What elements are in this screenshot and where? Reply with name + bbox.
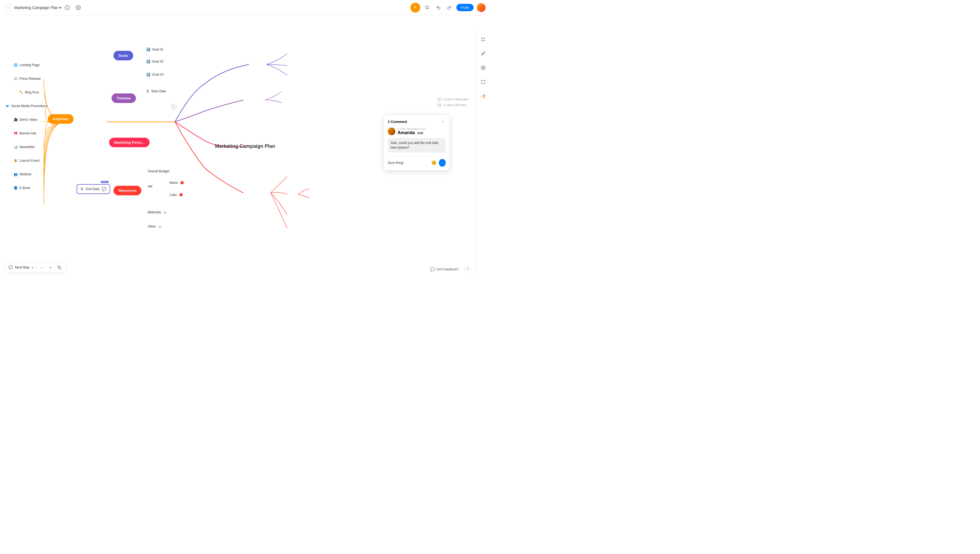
end-date-node[interactable]: 🗓 End Date 💬	[77, 184, 110, 194]
end-date-label: End Date	[86, 187, 99, 191]
social-media-node[interactable]: 🐦 Social Media Promotions	[5, 104, 48, 108]
svg-rect-13	[60, 268, 61, 269]
sidebar-grid-icon[interactable]	[479, 35, 488, 44]
commenter-avatar	[388, 127, 396, 135]
header-right: + Invite	[410, 3, 486, 13]
map-label: Mind Map	[15, 266, 30, 269]
svg-rect-12	[58, 266, 59, 267]
title-text: Marketing Campaign Plan	[14, 5, 58, 10]
zoom-out-button[interactable]: −	[38, 264, 45, 271]
child-hint: ⇥ to add a child idea	[437, 103, 468, 107]
undo-button[interactable]	[434, 4, 442, 11]
svg-point-5	[484, 38, 485, 39]
node-timeline[interactable]: Timeline	[112, 94, 136, 103]
materials-node[interactable]: Materials ▤	[148, 210, 166, 214]
add-button[interactable]: +	[410, 3, 420, 13]
info-button[interactable]: i	[64, 4, 71, 11]
node-marketing-persona[interactable]: Marketing Perso...	[109, 138, 150, 147]
svg-point-10	[484, 94, 485, 96]
luka-node[interactable]: Luka	[169, 193, 183, 197]
svg-point-9	[481, 96, 483, 97]
landing-page-node[interactable]: 🌐 Landing Page	[14, 63, 40, 67]
comment-author-line: Amanda said	[397, 130, 446, 135]
node-goals[interactable]: Goals	[113, 51, 133, 60]
other-node[interactable]: Other ▤	[148, 224, 161, 228]
right-sidebar	[476, 30, 490, 277]
press-release-node[interactable]: 📰 Press Release	[14, 77, 41, 81]
header: ‹ Marketing Campaign Plan ▾ i +	[0, 0, 490, 15]
comment-close-button[interactable]: ×	[440, 119, 446, 124]
goal-1-node[interactable]: 1️⃣ Goal #1	[146, 48, 163, 51]
redo-button[interactable]	[445, 4, 453, 11]
sidebar-apps-icon[interactable]	[479, 92, 488, 100]
sibling-hint: ↵ to add a sibling idea	[437, 97, 468, 101]
node-activities[interactable]: Activities	[48, 114, 73, 124]
goal-2-node[interactable]: 2️⃣ Goal #2	[146, 60, 163, 64]
help-button[interactable]: ?	[464, 266, 471, 273]
banner-ads-node[interactable]: 🎀 Banner Ads	[14, 131, 37, 135]
node-resources[interactable]: Resources	[113, 186, 141, 195]
comment-input-area: 😊 →	[388, 156, 446, 167]
webinar-node[interactable]: 👥 Webinar	[14, 172, 32, 176]
zoom-in-button[interactable]: +	[47, 264, 54, 271]
center-node[interactable]: Marketing Campaign Plan	[215, 143, 275, 149]
goal-3-node[interactable]: 3️⃣ Goal #3	[146, 73, 163, 76]
svg-point-11	[484, 97, 485, 98]
comment-count: 1 Comment	[388, 119, 407, 124]
more-options[interactable]	[101, 181, 109, 183]
hints-panel: ↵ to add a sibling idea ⇥ to add a child…	[437, 97, 468, 107]
svg-point-4	[482, 38, 483, 39]
svg-point-6	[482, 40, 483, 41]
start-date-node[interactable]: 🗓 Start Date	[146, 89, 166, 93]
overall-budget-node[interactable]: Overall Budget	[148, 169, 169, 173]
svg-text:i: i	[67, 6, 68, 9]
svg-point-7	[484, 40, 485, 41]
feedback-button[interactable]: Got Feedback?	[430, 267, 459, 272]
sidebar-zoom-icon[interactable]	[479, 64, 488, 72]
end-date-comment-icon[interactable]: 💬	[102, 187, 106, 191]
newsletter-node[interactable]: 📊 Newsletter	[14, 145, 35, 149]
bottom-toolbar: Mind Map ▾ | − +	[4, 262, 67, 273]
comment-time: A FEW SECONDS AGO	[397, 127, 446, 130]
end-date-container: 🗓 End Date 💬	[137, 99, 170, 109]
emoji-button[interactable]: 😊	[430, 159, 437, 167]
center-title: Marketing Campaign Plan	[215, 143, 275, 149]
search-button[interactable]	[423, 4, 431, 11]
add-sibling-button[interactable]: +	[171, 104, 176, 110]
document-title[interactable]: Marketing Campaign Plan ▾	[14, 5, 61, 10]
comment-popup: 1 Comment × A FEW SECONDS AGO Amanda sai…	[384, 115, 450, 170]
fit-button[interactable]	[56, 264, 62, 271]
add-icon: +	[414, 4, 417, 11]
comment-meta: A FEW SECONDS AGO Amanda said	[388, 127, 446, 135]
map-icon	[8, 265, 13, 270]
title-caret-icon: ▾	[59, 5, 61, 10]
map-caret-icon[interactable]: ▾	[32, 266, 33, 269]
header-icons: i	[64, 4, 82, 11]
back-button[interactable]: ‹	[4, 4, 12, 11]
comment-said: said	[417, 131, 423, 135]
sidebar-expand-icon[interactable]	[479, 78, 488, 86]
invite-button[interactable]: Invite	[456, 4, 474, 11]
hr-node[interactable]: HR	[148, 185, 152, 188]
comment-header: 1 Comment ×	[388, 119, 446, 124]
canvas: Marketing Campaign Plan Activities Goals…	[0, 15, 490, 277]
launch-event-node[interactable]: 🎉 Launch Event	[14, 159, 39, 162]
blog-post-node[interactable]: ✏️ Blog Post	[19, 91, 39, 94]
send-button[interactable]: →	[439, 159, 446, 167]
header-left: ‹ Marketing Campaign Plan ▾ i	[4, 4, 82, 11]
ebook-node[interactable]: 📘 E-Book	[14, 186, 30, 190]
demo-video-node[interactable]: 🎥 Demo Video	[14, 118, 37, 121]
comment-input[interactable]	[388, 161, 429, 165]
sidebar-edit-icon[interactable]	[479, 49, 488, 58]
download-button[interactable]	[74, 4, 82, 11]
avatar[interactable]	[477, 3, 486, 12]
comment-text: Alan, could you add the end date here pl…	[388, 138, 446, 153]
feedback-label: Got Feedback?	[436, 267, 459, 271]
comment-info: A FEW SECONDS AGO Amanda said	[397, 127, 446, 135]
comment-author: Amanda	[397, 130, 415, 135]
marie-node[interactable]: Marie	[169, 181, 184, 185]
bottom-right-toolbar: Got Feedback? ?	[430, 266, 471, 273]
